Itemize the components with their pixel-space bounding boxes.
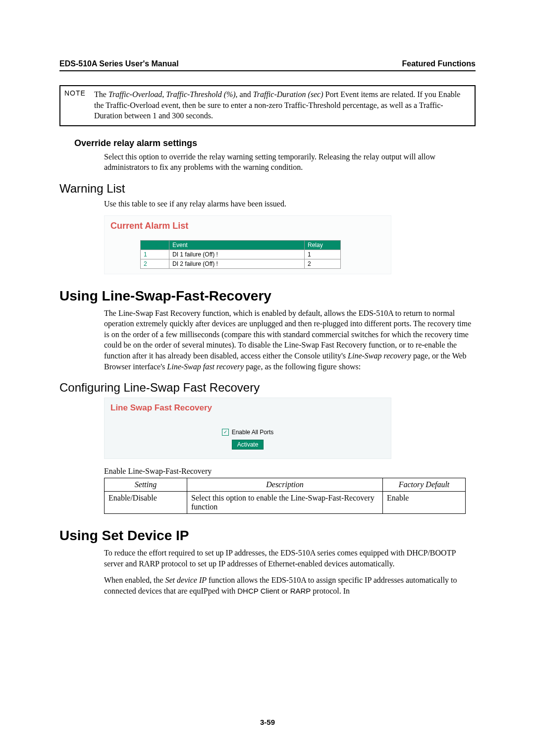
alarm-table: Index Event Relay 1 DI 1 failure (Off) !… bbox=[140, 240, 341, 269]
page-header: EDS-510A Series User's Manual Featured F… bbox=[59, 59, 476, 71]
table-row: Enable/Disable Select this option to ena… bbox=[105, 492, 466, 514]
lsfr-heading: Using Line-Swap-Fast-Recovery bbox=[59, 288, 476, 304]
th-default: Factory Default bbox=[383, 478, 466, 492]
table-row: 1 DI 1 failure (Off) ! 1 bbox=[141, 250, 341, 259]
th-setting: Setting bbox=[105, 478, 187, 492]
override-body: Select this option to override the relay… bbox=[104, 151, 476, 173]
th-description: Description bbox=[187, 478, 383, 492]
lsfr-panel: Line Swap Fast Recovery ✓ Enable All Por… bbox=[104, 398, 391, 459]
enable-all-ports-label: Enable All Ports bbox=[232, 429, 274, 436]
alarm-panel-title: Current Alarm List bbox=[110, 221, 385, 231]
setdevip-p2: When enabled, the Set device IP function… bbox=[104, 575, 476, 596]
lsfr-setting-table: Setting Description Factory Default Enab… bbox=[104, 478, 466, 514]
lsfr-body: The Line-Swap Fast Recovery function, wh… bbox=[104, 308, 476, 372]
enable-all-ports-row[interactable]: ✓ Enable All Ports bbox=[222, 429, 274, 436]
alarm-th-index: Index bbox=[141, 240, 169, 250]
setdevip-p1: To reduce the effort required to set up … bbox=[104, 548, 476, 569]
alarm-table-header-row: Index Event Relay bbox=[141, 240, 341, 250]
note-box: NOTE The Traffic-Overload, Traffic-Thres… bbox=[59, 85, 476, 126]
override-heading: Override relay alarm settings bbox=[74, 138, 476, 149]
checkbox-icon[interactable]: ✓ bbox=[222, 429, 229, 436]
alarm-th-event: Event bbox=[169, 240, 305, 250]
setting-table-header-row: Setting Description Factory Default bbox=[105, 478, 466, 492]
lsfr-panel-title: Line Swap Fast Recovery bbox=[110, 403, 385, 413]
lsfr-table-caption: Enable Line-Swap-Fast-Recovery bbox=[104, 467, 476, 476]
header-right: Featured Functions bbox=[402, 59, 476, 68]
config-lsfr-heading: Configuring Line-Swap Fast Recovery bbox=[59, 381, 476, 395]
table-row: 2 DI 2 failure (Off) ! 2 bbox=[141, 259, 341, 268]
warning-list-body: Use this table to see if any relay alarm… bbox=[104, 199, 476, 209]
note-body: The Traffic-Overload, Traffic-Threshold … bbox=[94, 89, 471, 121]
current-alarm-panel: Current Alarm List Index Event Relay 1 D… bbox=[104, 215, 391, 274]
page-number: 3-59 bbox=[0, 718, 535, 726]
warning-list-heading: Warning List bbox=[59, 182, 476, 196]
setdevip-heading: Using Set Device IP bbox=[59, 528, 476, 544]
alarm-th-relay: Relay bbox=[305, 240, 341, 250]
note-label: NOTE bbox=[64, 89, 94, 121]
activate-button[interactable]: Activate bbox=[232, 440, 264, 450]
header-left: EDS-510A Series User's Manual bbox=[59, 59, 179, 68]
